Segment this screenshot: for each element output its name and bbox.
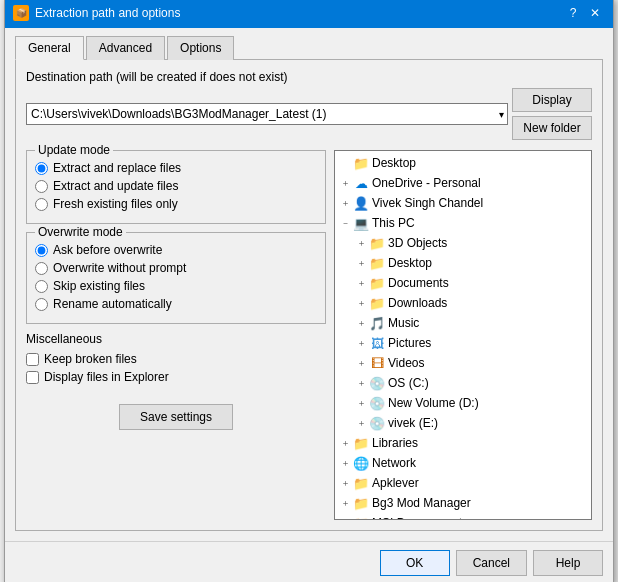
path-select[interactable]: C:\Users\vivek\Downloads\BG3ModManager_L… — [26, 103, 508, 125]
folder-icon: 📁 — [353, 495, 369, 511]
tree-item[interactable]: 🖼 Pictures — [335, 333, 591, 353]
tree-item[interactable]: 🎞 Videos — [335, 353, 591, 373]
music-icon: 🎵 — [369, 315, 385, 331]
save-settings-button[interactable]: Save settings — [119, 404, 233, 430]
picture-icon: 🖼 — [369, 335, 385, 351]
update-mode-title: Update mode — [35, 143, 113, 157]
tree-label: Downloads — [388, 296, 447, 310]
bottom-bar: OK Cancel Help — [5, 541, 613, 582]
tree-item[interactable]: 📁 3D Objects — [335, 233, 591, 253]
drive-icon: 💿 — [369, 375, 385, 391]
drive-icon: 💿 — [369, 415, 385, 431]
new-folder-button[interactable]: New folder — [512, 116, 592, 140]
dialog-title: Extraction path and options — [35, 6, 180, 20]
expander-apklever[interactable] — [337, 475, 353, 491]
tree-label: Vivek Singh Chandel — [372, 196, 483, 210]
tree-label: Pictures — [388, 336, 431, 350]
tree-item[interactable]: 💻 This PC — [335, 213, 591, 233]
pc-icon: 💻 — [353, 215, 369, 231]
help-button[interactable]: Help — [533, 550, 603, 576]
check-display-explorer[interactable]: Display files in Explorer — [26, 370, 326, 384]
radio-overwrite-no-prompt[interactable]: Overwrite without prompt — [35, 261, 317, 275]
expander-c[interactable] — [353, 375, 369, 391]
tree-label: vivek (E:) — [388, 416, 438, 430]
tree-item[interactable]: 👤 Vivek Singh Chandel — [335, 193, 591, 213]
tree-item[interactable]: 📁 Libraries — [335, 433, 591, 453]
close-title-button[interactable]: ✕ — [585, 3, 605, 23]
cloud-icon: ☁ — [353, 175, 369, 191]
video-icon: 🎞 — [369, 355, 385, 371]
radio-extract-update[interactable]: Extract and update files — [35, 179, 317, 193]
tree-item[interactable]: 📁 Bg3 Mod Manager — [335, 493, 591, 513]
expander-downloads[interactable] — [353, 295, 369, 311]
ok-button[interactable]: OK — [380, 550, 450, 576]
expander-e[interactable] — [353, 415, 369, 431]
expander-desktop2[interactable] — [353, 255, 369, 271]
help-title-button[interactable]: ? — [563, 3, 583, 23]
expander-network[interactable] — [337, 455, 353, 471]
update-mode-options: Extract and replace files Extract and up… — [35, 161, 317, 211]
tree-label: Documents — [388, 276, 449, 290]
tree-item[interactable]: 🎵 Music — [335, 313, 591, 333]
tree-item[interactable]: 📁 Documents — [335, 273, 591, 293]
app-icon: 📦 — [13, 5, 29, 21]
drive-icon: 💿 — [369, 395, 385, 411]
overwrite-mode-title: Overwrite mode — [35, 225, 126, 239]
display-button[interactable]: Display — [512, 88, 592, 112]
tree-item[interactable]: 🌐 Network — [335, 453, 591, 473]
tree-label: Network — [372, 456, 416, 470]
tree-label: MSI Dragon center — [372, 516, 473, 519]
radio-fresh-only[interactable]: Fresh existing files only — [35, 197, 317, 211]
tree-item[interactable]: 📁 Desktop — [335, 253, 591, 273]
radio-ask-before[interactable]: Ask before overwrite — [35, 243, 317, 257]
path-select-wrapper: C:\Users\vivek\Downloads\BG3ModManager_L… — [26, 103, 508, 125]
tab-general[interactable]: General — [15, 36, 84, 60]
expander-msi[interactable] — [337, 515, 353, 519]
tree-item[interactable]: 📁 MSI Dragon center — [335, 513, 591, 519]
expander-bg3[interactable] — [337, 495, 353, 511]
tab-advanced[interactable]: Advanced — [86, 36, 165, 60]
tree-label: This PC — [372, 216, 415, 230]
folder-icon: 📁 — [353, 155, 369, 171]
expander-onedrive[interactable] — [337, 175, 353, 191]
user-icon: 👤 — [353, 195, 369, 211]
expander-d[interactable] — [353, 395, 369, 411]
save-btn-row: Save settings — [26, 404, 326, 430]
expander-videos[interactable] — [353, 355, 369, 371]
tree-item[interactable]: 📁 Downloads — [335, 293, 591, 313]
expander-music[interactable] — [353, 315, 369, 331]
tree-label: Desktop — [372, 156, 416, 170]
expander-vivek[interactable] — [337, 195, 353, 211]
tree-label: Videos — [388, 356, 424, 370]
radio-skip-existing[interactable]: Skip existing files — [35, 279, 317, 293]
destination-row: C:\Users\vivek\Downloads\BG3ModManager_L… — [26, 88, 592, 140]
folder-icon: 📁 — [369, 255, 385, 271]
expander-libraries[interactable] — [337, 435, 353, 451]
cancel-button[interactable]: Cancel — [456, 550, 527, 576]
check-keep-broken[interactable]: Keep broken files — [26, 352, 326, 366]
folder-icon: 📁 — [353, 515, 369, 519]
expander-docs[interactable] — [353, 275, 369, 291]
tree-item[interactable]: ☁ OneDrive - Personal — [335, 173, 591, 193]
tree-label: Libraries — [372, 436, 418, 450]
expander-thispc[interactable] — [337, 215, 353, 231]
left-panel: Update mode Extract and replace files Ex… — [26, 150, 326, 520]
tab-options[interactable]: Options — [167, 36, 234, 60]
tree-label: Music — [388, 316, 419, 330]
tree-item[interactable]: 💿 vivek (E:) — [335, 413, 591, 433]
tree-label: Desktop — [388, 256, 432, 270]
expander-pictures[interactable] — [353, 335, 369, 351]
expander-3d[interactable] — [353, 235, 369, 251]
tab-bar: General Advanced Options — [15, 36, 603, 60]
tree-label: New Volume (D:) — [388, 396, 479, 410]
radio-rename-auto[interactable]: Rename automatically — [35, 297, 317, 311]
tree-container[interactable]: 📁 Desktop ☁ OneDrive - Personal � — [335, 151, 591, 519]
main-row: Update mode Extract and replace files Ex… — [26, 150, 592, 520]
tree-item[interactable]: 📁 Apklever — [335, 473, 591, 493]
tree-item[interactable]: 💿 OS (C:) — [335, 373, 591, 393]
tree-item[interactable]: 📁 Desktop — [335, 153, 591, 173]
tree-item[interactable]: 💿 New Volume (D:) — [335, 393, 591, 413]
dialog-content: General Advanced Options Destination pat… — [5, 28, 613, 541]
radio-extract-replace[interactable]: Extract and replace files — [35, 161, 317, 175]
destination-label: Destination path (will be created if doe… — [26, 70, 592, 84]
